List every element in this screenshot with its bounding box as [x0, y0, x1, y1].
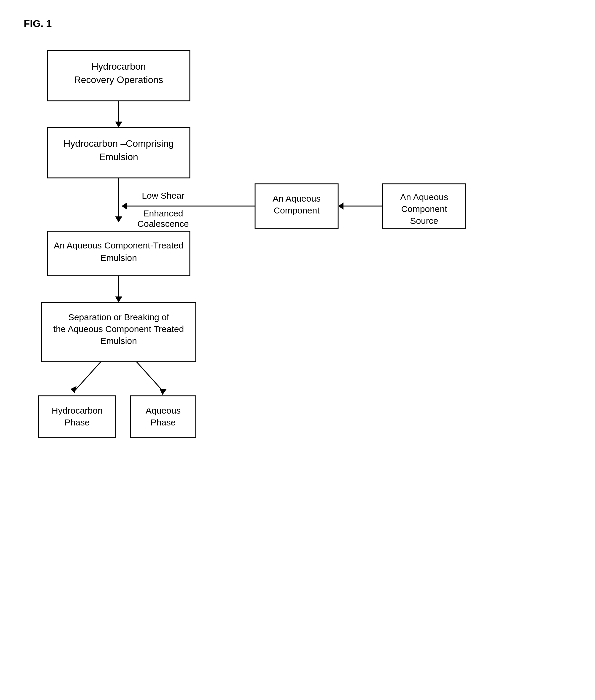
svg-text:Emulsion: Emulsion [100, 336, 137, 346]
svg-text:the Aqueous Component Treated: the Aqueous Component Treated [53, 324, 184, 334]
page-label: FIG. 1 [24, 18, 52, 29]
svg-marker-28 [115, 296, 122, 302]
svg-marker-34 [70, 386, 77, 393]
svg-marker-36 [160, 389, 167, 395]
svg-text:Recovery Operations: Recovery Operations [74, 75, 164, 85]
svg-marker-14 [122, 203, 127, 210]
svg-text:Component: Component [401, 204, 447, 214]
svg-text:Emulsion: Emulsion [100, 253, 137, 263]
svg-text:An Aqueous Component-Treated: An Aqueous Component-Treated [54, 240, 183, 250]
svg-text:Enhanced: Enhanced [143, 208, 183, 218]
svg-text:Hydrocarbon: Hydrocarbon [91, 61, 146, 72]
svg-text:An Aqueous: An Aqueous [400, 192, 448, 202]
svg-rect-37 [38, 396, 116, 437]
svg-marker-9 [115, 216, 122, 222]
svg-text:Coalescence: Coalescence [137, 219, 189, 229]
svg-rect-40 [131, 396, 196, 437]
svg-line-33 [74, 362, 101, 391]
svg-text:Emulsion: Emulsion [99, 151, 138, 162]
svg-marker-19 [338, 203, 343, 210]
svg-marker-4 [115, 122, 122, 127]
svg-line-35 [137, 362, 163, 391]
svg-text:Hydrocarbon –Comprising: Hydrocarbon –Comprising [63, 138, 174, 149]
diagram-svg: Hydrocarbon Recovery Operations Hydrocar… [24, 41, 575, 694]
flowchart: Hydrocarbon Recovery Operations Hydrocar… [24, 41, 575, 695]
svg-text:An Aqueous: An Aqueous [273, 194, 321, 203]
svg-text:Hydrocarbon: Hydrocarbon [52, 406, 103, 415]
svg-text:Component: Component [274, 205, 320, 215]
svg-text:Aqueous: Aqueous [146, 406, 181, 415]
svg-text:Low Shear: Low Shear [142, 191, 184, 200]
svg-text:Source: Source [410, 216, 438, 226]
svg-text:Phase: Phase [150, 417, 176, 427]
svg-text:Phase: Phase [64, 417, 90, 427]
svg-text:Separation or Breaking of: Separation or Breaking of [68, 312, 169, 322]
